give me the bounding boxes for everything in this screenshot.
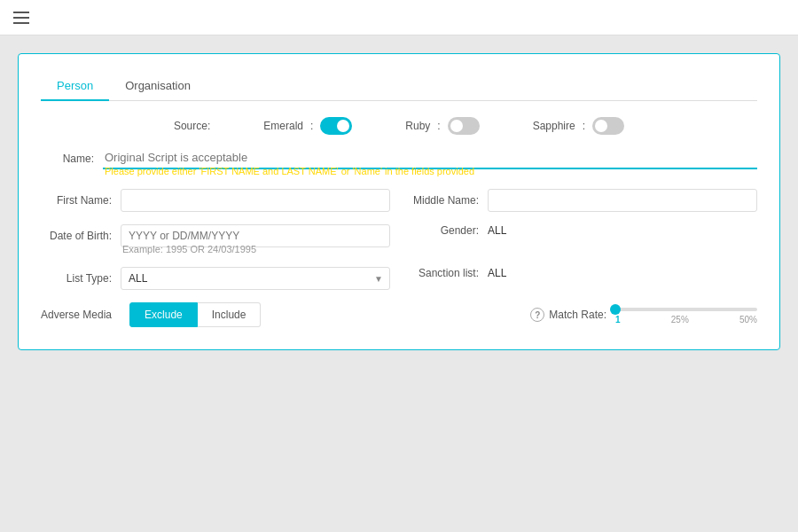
tab-organisation[interactable]: Organisation (109, 72, 207, 101)
dob-section: Date of Birth: Gender: ALL Example: 1995… (41, 224, 757, 254)
sapphire-label: Sapphire (533, 120, 575, 132)
match-rate-label: ? Match Rate: (530, 308, 606, 322)
middle-name-col: Middle Name: (408, 189, 757, 212)
source-emerald: Emerald: (263, 117, 352, 135)
hamburger-menu[interactable] (13, 12, 29, 24)
slider-label-1: 1 (615, 315, 621, 325)
first-name-col: First Name: (41, 189, 390, 212)
top-bar (0, 0, 798, 35)
exclude-button[interactable]: Exclude (129, 302, 198, 327)
source-label: Source: (174, 120, 210, 132)
form-section: Source: Emerald: Ruby: (41, 117, 757, 327)
middle-name-label: Middle Name: (408, 194, 479, 207)
sanction-list-value: ALL (488, 267, 506, 279)
sapphire-slider (592, 117, 624, 135)
adverse-media-buttons: Exclude Include (129, 302, 261, 327)
content-area: Person Organisation Source: Emerald: Rub… (0, 35, 798, 368)
source-text: Source: (174, 120, 210, 132)
gender-col: Gender: ALL (408, 224, 757, 237)
list-type-select[interactable]: ALL (121, 267, 390, 290)
emerald-slider (320, 117, 352, 135)
source-ruby: Ruby: (405, 117, 479, 135)
match-rate-text: Match Rate: (549, 309, 606, 321)
adverse-media-label: Adverse Media (41, 309, 112, 321)
slider-label-25: 25% (671, 315, 689, 325)
first-name-input[interactable] (121, 189, 390, 212)
dob-hint: Example: 1995 OR 24/03/1995 (122, 244, 757, 254)
name-label: Name: (41, 153, 94, 165)
ruby-label: Ruby (405, 120, 430, 132)
source-row: Source: Emerald: Ruby: (41, 117, 757, 135)
adverse-media-row: Adverse Media Exclude Include ? Match Ra… (41, 302, 757, 327)
list-type-col: List Type: ALL ▼ (41, 267, 390, 290)
ruby-toggle[interactable] (448, 117, 480, 135)
ruby-slider (448, 117, 480, 135)
emerald-label: Emerald (263, 120, 303, 132)
emerald-toggle[interactable] (320, 117, 352, 135)
middle-name-input[interactable] (488, 189, 757, 212)
sanction-list-label: Sanction list: (408, 267, 479, 279)
help-icon[interactable]: ? (530, 308, 544, 322)
name-fields-row: First Name: Middle Name: (41, 189, 757, 212)
search-card: Person Organisation Source: Emerald: Rub… (18, 53, 780, 350)
dob-label: Date of Birth: (41, 230, 112, 242)
name-hint: Please provide either 'FIRST NAME and LA… (105, 166, 757, 176)
slider-track (615, 308, 757, 311)
slider-labels: 1 25% 50% (615, 315, 757, 325)
tab-person[interactable]: Person (41, 72, 109, 101)
slider-label-50: 50% (739, 315, 757, 325)
slider-thumb[interactable] (610, 304, 621, 315)
match-rate-slider-container: 1 25% 50% (615, 306, 757, 325)
name-section: Name: Please provide either 'FIRST NAME … (41, 147, 757, 176)
source-sapphire: Sapphire: (533, 117, 624, 135)
sanction-list-col: Sanction list: ALL (408, 267, 757, 279)
match-rate-section: ? Match Rate: 1 25% 50% (530, 306, 757, 325)
include-button[interactable]: Include (198, 302, 262, 327)
gender-value: ALL (488, 224, 506, 237)
footer-area (0, 368, 798, 483)
tabs: Person Organisation (41, 72, 757, 101)
first-name-label: First Name: (41, 194, 112, 207)
list-type-row: List Type: ALL ▼ Sanction list: ALL (41, 267, 757, 290)
gender-label: Gender: (408, 224, 479, 237)
sapphire-toggle[interactable] (592, 117, 624, 135)
list-type-label: List Type: (41, 272, 112, 285)
list-type-select-wrap: ALL ▼ (121, 267, 390, 290)
